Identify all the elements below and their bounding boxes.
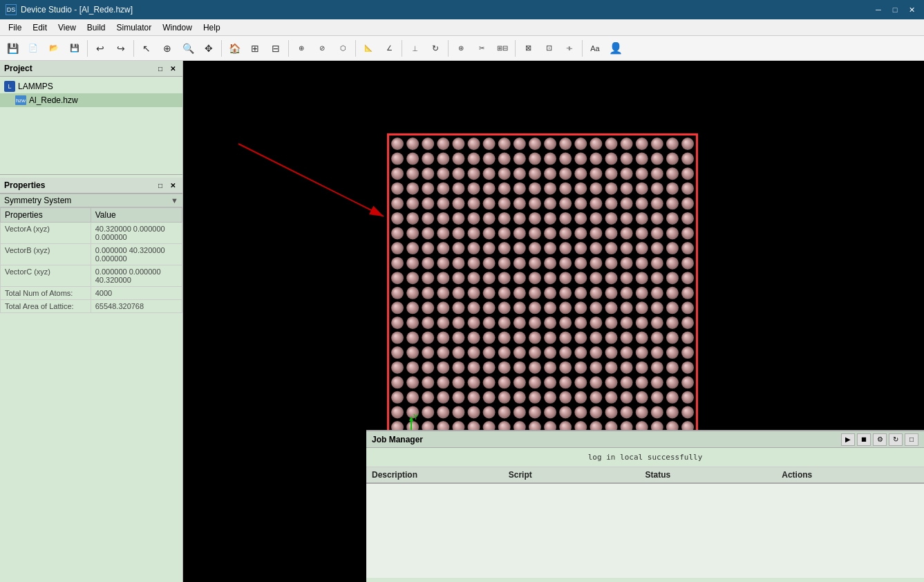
prop-label-vectora: VectorA (xyz)	[1, 223, 91, 244]
toolbar-bond3[interactable]: ⬡	[333, 39, 352, 58]
toolbar-lattice[interactable]: ⊞⊟	[493, 39, 512, 58]
col-header-value: Value	[91, 208, 182, 223]
prop-label-vectorc: VectorC (xyz)	[1, 265, 91, 287]
toolbar-cut[interactable]: ✂	[472, 39, 491, 58]
prop-label-area: Total Area of Lattice:	[1, 300, 91, 313]
toolbar-rotate[interactable]: ↻	[426, 39, 445, 58]
jm-settings-btn[interactable]: ⚙	[873, 433, 887, 446]
project-header-buttons: □ ✕	[155, 63, 178, 74]
job-manager-header-buttons: ▶ ⏹ ⚙ ↻ □	[841, 433, 918, 446]
toolbar-profile[interactable]: 👤	[606, 39, 625, 58]
job-manager: Job Manager ▶ ⏹ ⚙ ↻ □ log in local succe…	[366, 430, 924, 582]
tree-item-lammps[interactable]: L LAMMPS	[0, 79, 182, 93]
status-message: log in local successfully	[588, 453, 703, 462]
toolbar-interface2[interactable]: ⊡	[539, 39, 558, 58]
main-layout: Project □ ✕ L LAMMPS hzw Al_Rede.	[0, 61, 924, 582]
toolbar-sep2	[133, 40, 134, 57]
jm-run-btn[interactable]: ▶	[841, 433, 855, 446]
toolbar-text[interactable]: Aa	[585, 39, 605, 58]
window-title: Device Studio - [Al_Rede.hzw]	[21, 5, 871, 15]
prop-label-vectorb: VectorB (xyz)	[1, 244, 91, 265]
project-expand-btn[interactable]: □	[155, 63, 166, 74]
toolbar-angle[interactable]: ∠	[379, 39, 399, 58]
job-manager-status: log in local successfully	[366, 448, 924, 467]
toolbar-expand[interactable]: ⊞	[245, 39, 265, 58]
lammps-icon: L	[4, 81, 15, 92]
toolbar-bond1[interactable]: ⊕	[292, 39, 311, 58]
tree-label-lammps: LAMMPS	[18, 82, 53, 91]
window-controls: ─ □ ✕	[871, 3, 918, 17]
properties-header: Properties □ ✕	[0, 178, 182, 194]
project-tree: L LAMMPS hzw Al_Rede.hzw	[0, 77, 182, 110]
menu-edit[interactable]: Edit	[27, 21, 53, 34]
tree-folder-icon: L	[4, 81, 15, 92]
menu-simulator[interactable]: Simulator	[111, 21, 158, 34]
menu-file[interactable]: File	[3, 21, 27, 34]
prop-row-numatoms: Total Num of Atoms: 4000	[1, 287, 182, 300]
prop-value-vectora: 40.320000 0.0000000.000000	[91, 223, 182, 244]
svg-text:Y: Y	[413, 413, 419, 421]
toolbar-zoom[interactable]: 🔍	[178, 39, 198, 58]
svg-line-8	[238, 144, 384, 216]
properties-expand-btn[interactable]: □	[155, 180, 166, 191]
toolbar-sep6	[402, 40, 402, 57]
prop-value-numatoms: 4000	[91, 287, 182, 300]
menu-window[interactable]: Window	[157, 21, 198, 34]
toolbar-open[interactable]: 📂	[44, 39, 64, 58]
prop-value-area: 65548.320768	[91, 300, 182, 313]
col-status: Status	[645, 470, 782, 480]
toolbar-sep7	[448, 40, 449, 57]
jm-expand-btn[interactable]: □	[905, 433, 918, 446]
menu-view[interactable]: View	[53, 21, 82, 34]
toolbar-bond2[interactable]: ⊘	[312, 39, 332, 58]
toolbar-sep4	[288, 40, 289, 57]
toolbar-collapse[interactable]: ⊟	[266, 39, 285, 58]
prop-row-area: Total Area of Lattice: 65548.320768	[1, 300, 182, 313]
toolbar-move[interactable]: ✥	[199, 39, 218, 58]
panel-divider	[0, 174, 182, 175]
properties-table: Properties Value VectorA (xyz) 40.320000…	[0, 207, 182, 313]
toolbar-interface1[interactable]: ⊠	[518, 39, 538, 58]
menubar: File Edit View Build Simulator Window He…	[0, 19, 924, 36]
project-close-btn[interactable]: ✕	[167, 63, 178, 74]
toolbar-home[interactable]: 🏠	[225, 39, 244, 58]
toolbar-mirror[interactable]: ⟂	[405, 39, 424, 58]
menu-help[interactable]: Help	[198, 21, 226, 34]
col-script: Script	[509, 470, 645, 480]
toolbar-sep1	[87, 40, 88, 57]
prop-row-vectorb: VectorB (xyz) 0.000000 40.3200000.000000	[1, 244, 182, 265]
minimize-button[interactable]: ─	[871, 3, 885, 17]
toolbar-sep8	[515, 40, 516, 57]
prop-value-vectorc: 0.000000 0.00000040.320000	[91, 265, 182, 287]
maximize-button[interactable]: □	[888, 3, 902, 17]
toolbar-redo[interactable]: ↪	[111, 39, 131, 58]
symmetry-dropdown[interactable]: ▼	[171, 196, 178, 205]
tree-item-file[interactable]: hzw Al_Rede.hzw	[0, 93, 182, 107]
close-button[interactable]: ✕	[905, 3, 918, 17]
menu-build[interactable]: Build	[82, 21, 111, 34]
properties-close-btn[interactable]: ✕	[167, 180, 178, 191]
toolbar-save[interactable]: 💾	[3, 39, 22, 58]
symmetry-label: Symmetry System	[4, 196, 71, 205]
atom-visualization	[387, 133, 698, 438]
toolbar-new[interactable]: 📄	[23, 39, 43, 58]
jm-stop-btn[interactable]: ⏹	[857, 433, 871, 446]
toolbar-supercell[interactable]: ⊛	[451, 39, 471, 58]
viewport[interactable]: Y Z Job Manager ▶	[183, 61, 924, 582]
col-description: Description	[372, 470, 509, 480]
toolbar-undo[interactable]: ↩	[91, 39, 110, 58]
tree-file-icon: hzw	[15, 95, 26, 106]
prop-row-vectorc: VectorC (xyz) 0.000000 0.00000040.320000	[1, 265, 182, 287]
col-actions: Actions	[782, 470, 918, 480]
jm-refresh-btn[interactable]: ↻	[889, 433, 903, 446]
toolbar-sep9	[582, 40, 583, 57]
properties-header-buttons: □ ✕	[155, 180, 178, 191]
atom-canvas-element	[389, 135, 696, 435]
properties-panel: Properties □ ✕ Symmetry System ▼ Propert…	[0, 178, 182, 582]
toolbar-measure[interactable]: 📐	[359, 39, 378, 58]
toolbar-select[interactable]: ↖	[137, 39, 156, 58]
toolbar: 💾 📄 📂 💾 ↩ ↪ ↖ ⊕ 🔍 ✥ 🏠 ⊞ ⊟ ⊕ ⊘ ⬡ 📐 ∠ ⟂ ↻ …	[0, 36, 924, 61]
toolbar-add-atom[interactable]: ⊕	[158, 39, 177, 58]
toolbar-connect[interactable]: ⟛	[560, 39, 579, 58]
toolbar-save2[interactable]: 💾	[65, 39, 84, 58]
